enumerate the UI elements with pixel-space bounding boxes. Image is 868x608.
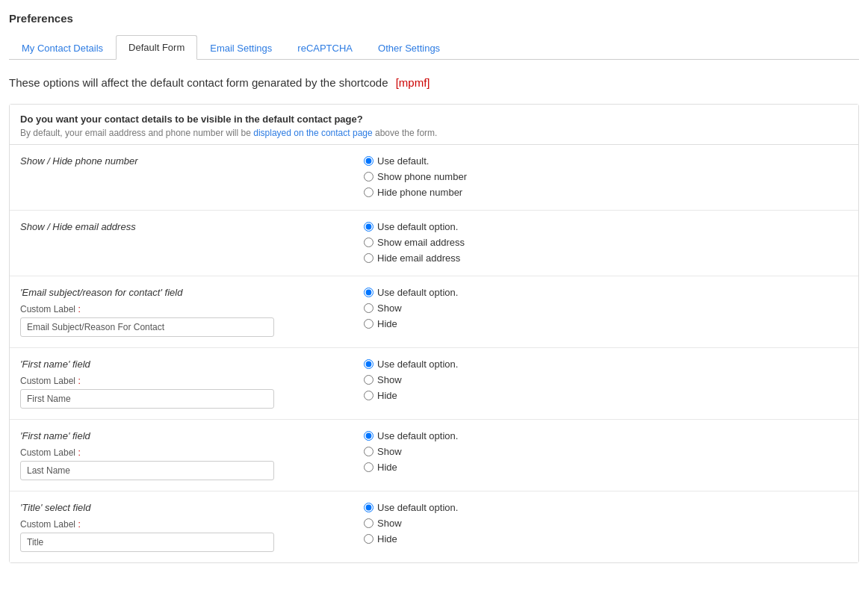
desc-prefix: By default, your email aaddress and phon…: [20, 128, 251, 138]
page-title: Preferences: [9, 12, 859, 25]
radio-title-hide-label: Hide: [377, 533, 397, 545]
section-header: Do you want your contact details to be v…: [10, 105, 858, 145]
row-title-right: Use default option. Show Hide: [364, 502, 848, 546]
section-header-desc: By default, your email aaddress and phon…: [20, 128, 848, 138]
row-title-left: 'Title' select field Custom Label :: [20, 502, 364, 552]
radio-title-show-input[interactable]: [364, 518, 373, 528]
row-firstname-custom-label-input[interactable]: [20, 389, 274, 409]
row-firstname-custom-label-text: Custom Label :: [20, 376, 349, 386]
settings-section: Do you want your contact details to be v…: [9, 104, 859, 563]
description-main: These options will affect the default co…: [9, 76, 388, 89]
radio-lastname-show-input[interactable]: [364, 447, 373, 456]
desc-link: displayed on the contact page: [253, 128, 372, 138]
radio-lastname-default-label: Use default option.: [377, 430, 458, 441]
radio-email-hide-input[interactable]: [364, 253, 373, 263]
radio-email-hide[interactable]: Hide email address: [364, 252, 848, 264]
row-lastname-custom-label-input[interactable]: [20, 461, 274, 480]
row-subject-label: 'Email subject/reason for contact' field: [20, 287, 349, 298]
radio-subject-default-label: Use default option.: [377, 287, 458, 298]
radio-phone-show[interactable]: Show phone number: [364, 171, 848, 182]
radio-phone-hide-input[interactable]: [364, 187, 373, 197]
radio-firstname-hide-input[interactable]: [364, 391, 373, 400]
radio-title-show[interactable]: Show: [364, 518, 848, 529]
radio-firstname-show-input[interactable]: [364, 375, 373, 385]
radio-phone-default[interactable]: Use default.: [364, 155, 848, 167]
row-phone-number: Show / Hide phone number Use default. Sh…: [10, 145, 858, 211]
radio-lastname-hide-input[interactable]: [364, 462, 373, 472]
tab-email-settings[interactable]: Email Settings: [197, 36, 285, 60]
radio-phone-default-label: Use default.: [377, 155, 429, 167]
row-phone-left: Show / Hide phone number: [20, 155, 364, 167]
radio-email-show-label: Show email address: [377, 237, 465, 248]
radio-firstname-default-input[interactable]: [364, 359, 373, 369]
radio-title-default-label: Use default option.: [377, 502, 458, 513]
radio-firstname-show[interactable]: Show: [364, 374, 848, 385]
radio-phone-show-label: Show phone number: [377, 171, 467, 182]
radio-lastname-show[interactable]: Show: [364, 446, 848, 457]
radio-lastname-show-label: Show: [377, 446, 402, 457]
radio-email-show[interactable]: Show email address: [364, 237, 848, 248]
row-subject-left: 'Email subject/reason for contact' field…: [20, 287, 364, 337]
row-title-custom-label-text: Custom Label :: [20, 519, 349, 530]
row-email-subject: 'Email subject/reason for contact' field…: [10, 276, 858, 348]
row-subject-right: Use default option. Show Hide: [364, 287, 848, 331]
row-email-label: Show / Hide email address: [20, 221, 349, 232]
page-wrapper: Preferences My Contact Details Default F…: [0, 0, 868, 575]
row-title-select: 'Title' select field Custom Label : Use …: [10, 491, 858, 562]
tabs-container: My Contact Details Default Form Email Se…: [9, 35, 859, 60]
row-firstname-left: 'First name' field Custom Label :: [20, 359, 364, 409]
row-subject-custom-label-text: Custom Label :: [20, 304, 349, 314]
radio-firstname-hide[interactable]: Hide: [364, 390, 848, 401]
tab-recaptcha[interactable]: reCAPTCHA: [285, 36, 365, 60]
radio-subject-show-input[interactable]: [364, 303, 373, 313]
row-lastname-label: 'First name' field: [20, 430, 349, 441]
radio-subject-hide-input[interactable]: [364, 319, 373, 329]
row-firstname-label: 'First name' field: [20, 359, 349, 370]
section-header-title: Do you want your contact details to be v…: [20, 114, 848, 125]
row-firstname-right: Use default option. Show Hide: [364, 359, 848, 403]
radio-subject-hide[interactable]: Hide: [364, 318, 848, 329]
radio-email-default[interactable]: Use default option.: [364, 221, 848, 232]
row-lastname-right: Use default option. Show Hide: [364, 430, 848, 474]
radio-title-hide[interactable]: Hide: [364, 533, 848, 545]
tab-other-settings[interactable]: Other Settings: [365, 36, 453, 60]
radio-firstname-show-label: Show: [377, 374, 402, 385]
radio-firstname-default-label: Use default option.: [377, 359, 458, 370]
radio-phone-default-input[interactable]: [364, 156, 373, 166]
row-title-custom-label-input[interactable]: [20, 533, 274, 552]
description-text: These options will affect the default co…: [9, 75, 859, 90]
radio-phone-hide-label: Hide phone number: [377, 187, 462, 198]
radio-title-default[interactable]: Use default option.: [364, 502, 848, 513]
shortcode-badge: [mpmf]: [396, 76, 430, 89]
row-email-left: Show / Hide email address: [20, 221, 364, 232]
radio-title-show-label: Show: [377, 518, 402, 529]
radio-email-hide-label: Hide email address: [377, 252, 460, 264]
row-subject-custom-label-input[interactable]: [20, 317, 274, 337]
radio-email-show-input[interactable]: [364, 238, 373, 247]
row-lastname-custom-label-text: Custom Label :: [20, 447, 349, 458]
row-title-label: 'Title' select field: [20, 502, 349, 513]
radio-title-hide-input[interactable]: [364, 534, 373, 544]
radio-lastname-hide[interactable]: Hide: [364, 462, 848, 473]
radio-subject-hide-label: Hide: [377, 318, 397, 329]
tab-my-contact-details[interactable]: My Contact Details: [9, 36, 116, 60]
radio-firstname-default[interactable]: Use default option.: [364, 359, 848, 370]
radio-phone-show-input[interactable]: [364, 172, 373, 182]
radio-subject-default[interactable]: Use default option.: [364, 287, 848, 298]
radio-lastname-default[interactable]: Use default option.: [364, 430, 848, 441]
desc-suffix: above the form.: [375, 128, 437, 138]
row-lastname-left: 'First name' field Custom Label :: [20, 430, 364, 480]
tab-default-form[interactable]: Default Form: [116, 35, 197, 60]
radio-subject-show[interactable]: Show: [364, 303, 848, 314]
radio-lastname-hide-label: Hide: [377, 462, 397, 473]
radio-email-default-input[interactable]: [364, 222, 373, 232]
row-first-name: 'First name' field Custom Label : Use de…: [10, 348, 858, 420]
row-email-right: Use default option. Show email address H…: [364, 221, 848, 265]
radio-subject-default-input[interactable]: [364, 288, 373, 297]
radio-phone-hide[interactable]: Hide phone number: [364, 187, 848, 198]
radio-firstname-hide-label: Hide: [377, 390, 397, 401]
radio-lastname-default-input[interactable]: [364, 431, 373, 441]
radio-subject-show-label: Show: [377, 303, 402, 314]
row-phone-label: Show / Hide phone number: [20, 155, 349, 167]
radio-title-default-input[interactable]: [364, 503, 373, 512]
